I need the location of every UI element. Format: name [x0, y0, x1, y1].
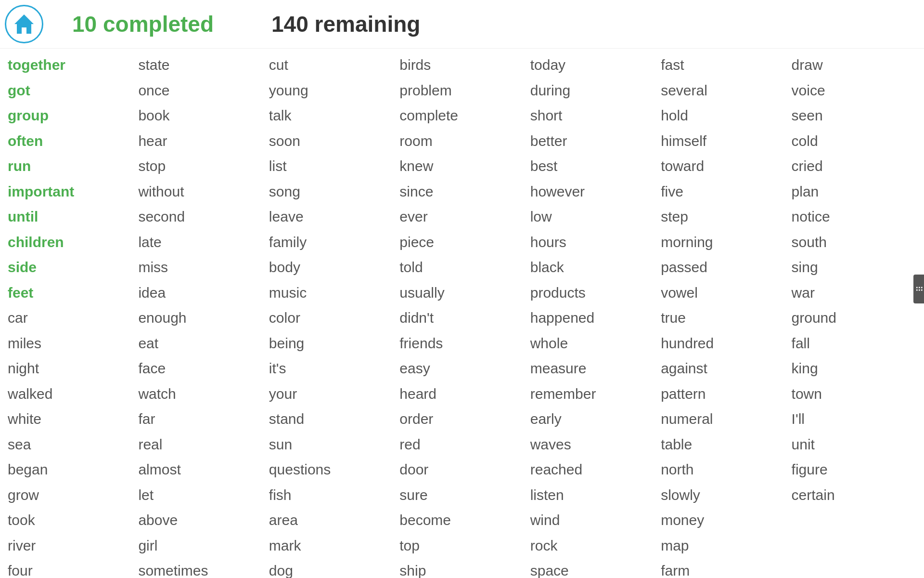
word-item[interactable]: children: [5, 231, 135, 254]
word-item[interactable]: certain: [789, 484, 919, 507]
word-item[interactable]: young: [266, 79, 397, 103]
word-item[interactable]: table: [658, 433, 788, 457]
word-item[interactable]: miss: [135, 256, 266, 279]
word-item[interactable]: better: [527, 130, 658, 153]
word-item[interactable]: town: [789, 382, 919, 406]
word-item[interactable]: idea: [135, 281, 266, 305]
word-item[interactable]: song: [266, 180, 397, 204]
word-item[interactable]: waves: [527, 433, 658, 457]
word-item[interactable]: walked: [5, 382, 135, 406]
word-item[interactable]: knew: [397, 155, 527, 178]
word-item[interactable]: figure: [789, 458, 919, 482]
word-item[interactable]: fish: [266, 484, 397, 507]
word-item[interactable]: ever: [397, 205, 527, 229]
word-item[interactable]: group: [5, 104, 135, 128]
word-item[interactable]: short: [527, 104, 658, 128]
word-item[interactable]: fall: [789, 332, 919, 355]
word-item[interactable]: against: [658, 357, 788, 381]
word-item[interactable]: reached: [527, 458, 658, 482]
word-item[interactable]: eat: [135, 332, 266, 355]
word-item[interactable]: space: [527, 559, 658, 578]
word-item[interactable]: cried: [789, 155, 919, 178]
word-item[interactable]: however: [527, 180, 658, 204]
word-item[interactable]: cold: [789, 130, 919, 153]
word-item[interactable]: ship: [397, 559, 527, 578]
word-item[interactable]: sing: [789, 256, 919, 279]
word-item[interactable]: color: [266, 306, 397, 330]
word-item[interactable]: door: [397, 458, 527, 482]
side-handle[interactable]: [913, 275, 924, 303]
word-item[interactable]: almost: [135, 458, 266, 482]
word-item[interactable]: real: [135, 433, 266, 457]
word-item[interactable]: sometimes: [135, 559, 266, 578]
word-item[interactable]: happened: [527, 306, 658, 330]
word-item[interactable]: girl: [135, 534, 266, 558]
word-item[interactable]: mark: [266, 534, 397, 558]
word-item[interactable]: told: [397, 256, 527, 279]
word-item[interactable]: king: [789, 357, 919, 381]
word-item[interactable]: best: [527, 155, 658, 178]
word-item[interactable]: heard: [397, 382, 527, 406]
word-item[interactable]: order: [397, 407, 527, 431]
word-item[interactable]: since: [397, 180, 527, 204]
word-item[interactable]: wind: [527, 509, 658, 532]
word-item[interactable]: seen: [789, 104, 919, 128]
word-item[interactable]: morning: [658, 231, 788, 254]
word-item[interactable]: products: [527, 281, 658, 305]
word-item[interactable]: vowel: [658, 281, 788, 305]
word-item[interactable]: notice: [789, 205, 919, 229]
word-item[interactable]: money: [658, 509, 788, 532]
word-item[interactable]: white: [5, 407, 135, 431]
word-item[interactable]: I'll: [789, 407, 919, 431]
word-item[interactable]: true: [658, 306, 788, 330]
word-item[interactable]: your: [266, 382, 397, 406]
word-item[interactable]: easy: [397, 357, 527, 381]
word-item[interactable]: body: [266, 256, 397, 279]
word-item[interactable]: music: [266, 281, 397, 305]
word-item[interactable]: questions: [266, 458, 397, 482]
word-item[interactable]: numeral: [658, 407, 788, 431]
word-item[interactable]: south: [789, 231, 919, 254]
word-item[interactable]: voice: [789, 79, 919, 103]
word-item[interactable]: being: [266, 332, 397, 355]
word-item[interactable]: draw: [789, 53, 919, 77]
word-item[interactable]: sure: [397, 484, 527, 507]
word-item[interactable]: early: [527, 407, 658, 431]
word-item[interactable]: important: [5, 180, 135, 204]
word-item[interactable]: fast: [658, 53, 788, 77]
word-item[interactable]: grow: [5, 484, 135, 507]
word-item[interactable]: night: [5, 357, 135, 381]
word-item[interactable]: usually: [397, 281, 527, 305]
word-item[interactable]: birds: [397, 53, 527, 77]
word-item[interactable]: listen: [527, 484, 658, 507]
word-item[interactable]: area: [266, 509, 397, 532]
word-item[interactable]: cut: [266, 53, 397, 77]
word-item[interactable]: hundred: [658, 332, 788, 355]
word-item[interactable]: toward: [658, 155, 788, 178]
word-item[interactable]: once: [135, 79, 266, 103]
word-item[interactable]: map: [658, 534, 788, 558]
word-item[interactable]: stand: [266, 407, 397, 431]
word-item[interactable]: dog: [266, 559, 397, 578]
word-item[interactable]: car: [5, 306, 135, 330]
word-item[interactable]: farm: [658, 559, 788, 578]
word-item[interactable]: low: [527, 205, 658, 229]
word-item[interactable]: face: [135, 357, 266, 381]
word-item[interactable]: side: [5, 256, 135, 279]
word-item[interactable]: sea: [5, 433, 135, 457]
word-item[interactable]: passed: [658, 256, 788, 279]
word-item[interactable]: run: [5, 155, 135, 178]
word-item[interactable]: let: [135, 484, 266, 507]
word-item[interactable]: black: [527, 256, 658, 279]
word-item[interactable]: list: [266, 155, 397, 178]
word-item[interactable]: become: [397, 509, 527, 532]
word-item[interactable]: river: [5, 534, 135, 558]
word-item[interactable]: far: [135, 407, 266, 431]
word-item[interactable]: began: [5, 458, 135, 482]
word-item[interactable]: friends: [397, 332, 527, 355]
word-item[interactable]: hear: [135, 130, 266, 153]
word-item[interactable]: sun: [266, 433, 397, 457]
word-item[interactable]: room: [397, 130, 527, 153]
word-item[interactable]: talk: [266, 104, 397, 128]
word-item[interactable]: state: [135, 53, 266, 77]
